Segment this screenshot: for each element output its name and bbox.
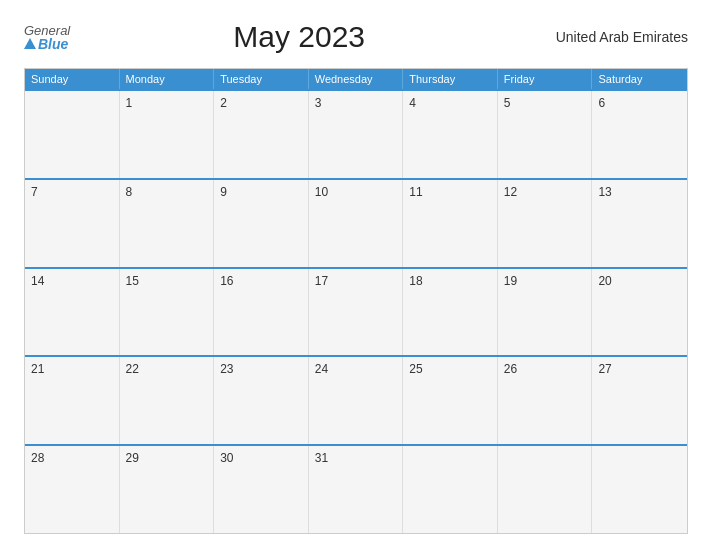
cell-w5-tue: 30 [214,446,309,533]
cell-w3-mon: 15 [120,269,215,356]
logo-triangle-icon [24,38,36,49]
cell-w4-fri: 26 [498,357,593,444]
cell-w2-tue: 9 [214,180,309,267]
week-2: 7 8 9 10 11 12 13 [25,178,687,267]
cell-w3-thu: 18 [403,269,498,356]
cell-w2-sun: 7 [25,180,120,267]
cell-w4-mon: 22 [120,357,215,444]
cell-w1-thu: 4 [403,91,498,178]
cell-w3-tue: 16 [214,269,309,356]
week-1: 1 2 3 4 5 6 [25,89,687,178]
cell-w1-wed: 3 [309,91,404,178]
week-3: 14 15 16 17 18 19 20 [25,267,687,356]
cell-w2-fri: 12 [498,180,593,267]
cell-w5-fri [498,446,593,533]
header: General Blue May 2023 United Arab Emirat… [24,20,688,54]
cell-w5-sun: 28 [25,446,120,533]
calendar-title: May 2023 [70,20,528,54]
cell-w3-fri: 19 [498,269,593,356]
cell-w2-wed: 10 [309,180,404,267]
country-label: United Arab Emirates [528,29,688,45]
cell-w2-sat: 13 [592,180,687,267]
cell-w5-wed: 31 [309,446,404,533]
cell-w2-mon: 8 [120,180,215,267]
day-header-saturday: Saturday [592,69,687,89]
cell-w1-sat: 6 [592,91,687,178]
week-4: 21 22 23 24 25 26 27 [25,355,687,444]
cell-w3-wed: 17 [309,269,404,356]
logo: General Blue [24,24,70,51]
day-header-tuesday: Tuesday [214,69,309,89]
day-headers-row: Sunday Monday Tuesday Wednesday Thursday… [25,69,687,89]
day-header-monday: Monday [120,69,215,89]
cell-w5-thu [403,446,498,533]
cell-w1-fri: 5 [498,91,593,178]
cell-w1-tue: 2 [214,91,309,178]
cell-w2-thu: 11 [403,180,498,267]
cell-w4-wed: 24 [309,357,404,444]
cell-w1-mon: 1 [120,91,215,178]
cell-w4-sun: 21 [25,357,120,444]
cell-w4-sat: 27 [592,357,687,444]
cell-w4-tue: 23 [214,357,309,444]
day-header-wednesday: Wednesday [309,69,404,89]
cell-w3-sun: 14 [25,269,120,356]
cell-w1-sun [25,91,120,178]
cell-w3-sat: 20 [592,269,687,356]
page: General Blue May 2023 United Arab Emirat… [0,0,712,550]
cell-w5-mon: 29 [120,446,215,533]
day-header-thursday: Thursday [403,69,498,89]
cell-w4-thu: 25 [403,357,498,444]
day-header-sunday: Sunday [25,69,120,89]
logo-general-text: General [24,24,70,37]
cell-w5-sat [592,446,687,533]
calendar-body: 1 2 3 4 5 6 7 8 9 10 11 12 13 14 15 16 [25,89,687,533]
logo-blue-text: Blue [38,37,68,51]
day-header-friday: Friday [498,69,593,89]
calendar: Sunday Monday Tuesday Wednesday Thursday… [24,68,688,534]
week-5: 28 29 30 31 [25,444,687,533]
logo-blue-container: Blue [24,37,70,51]
